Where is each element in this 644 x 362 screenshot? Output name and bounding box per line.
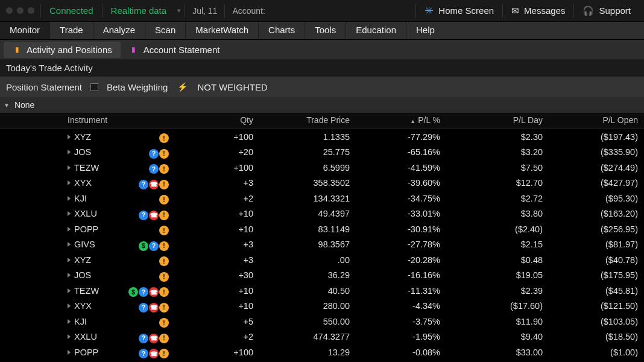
cell-trade-price: 134.3321 bbox=[259, 191, 356, 206]
cell-pl-open: ($103.05) bbox=[549, 314, 644, 329]
expand-triangle-icon[interactable] bbox=[68, 303, 71, 308]
col-pl-day[interactable]: P/L Day bbox=[446, 113, 549, 129]
cell-pl-day: $33.00 bbox=[446, 345, 549, 360]
cell-instrument: GIVS bbox=[0, 360, 115, 363]
cell-pl-day: $0.48 bbox=[446, 252, 549, 268]
expand-triangle-icon[interactable] bbox=[68, 196, 71, 201]
support-label: Support bbox=[599, 5, 631, 16]
badge-grn-icon: $ bbox=[139, 241, 148, 251]
table-row[interactable]: POPP?☎!+10013.29-0.08%$33.00($1.00) bbox=[0, 345, 644, 360]
table-row[interactable]: GIVS$?!+398.3567-27.78%$2.15($81.97) bbox=[0, 237, 644, 253]
table-row[interactable]: KJI!+5550.00-3.75%$11.90($103.05) bbox=[0, 314, 644, 329]
expand-triangle-icon[interactable] bbox=[68, 258, 71, 262]
cell-pl-pct: -39.60% bbox=[356, 176, 446, 191]
table-row[interactable]: KJI!+2134.3321-34.75%$2.72($95.30) bbox=[0, 191, 644, 206]
cell-pl-pct: -11.31% bbox=[356, 283, 446, 299]
close-dot[interactable] bbox=[6, 7, 13, 14]
table-row[interactable]: TEZW?!+1006.5999-41.59%$7.50($274.49) bbox=[0, 160, 644, 176]
expand-triangle-icon[interactable] bbox=[68, 180, 71, 185]
cell-badges: ! bbox=[115, 221, 175, 237]
menu-tools[interactable]: Tools bbox=[305, 22, 346, 39]
cell-badges: ! bbox=[115, 252, 175, 268]
table-row[interactable]: GIVS?!+579.99+13.52%$40.53$54.08 bbox=[0, 360, 644, 363]
chevron-down-icon[interactable]: ▾ bbox=[177, 7, 181, 14]
table-row[interactable]: XXLU?☎!+2474.3277-1.95%$9.40($18.50) bbox=[0, 329, 644, 345]
beta-weighting-checkbox[interactable] bbox=[90, 83, 98, 91]
top-bar: Connected Realtime data ▾ Jul, 11 Accoun… bbox=[0, 0, 644, 22]
menu-bar: MonitorTradeAnalyzeScanMarketWatchCharts… bbox=[0, 22, 644, 40]
expand-triangle-icon[interactable] bbox=[68, 273, 71, 278]
table-row[interactable]: XYZ!+1001.1335-77.29%$2.30($197.43) bbox=[0, 129, 644, 145]
home-screen-link[interactable]: ✳ Home Screen bbox=[416, 4, 502, 17]
menu-charts[interactable]: Charts bbox=[259, 22, 305, 39]
col-trade-price[interactable]: Trade Price bbox=[259, 113, 356, 129]
expand-triangle-icon[interactable] bbox=[68, 150, 71, 154]
support-link[interactable]: 🎧 Support bbox=[574, 5, 639, 16]
col-instrument[interactable]: Instrument bbox=[0, 113, 175, 129]
menu-monitor[interactable]: Monitor bbox=[0, 22, 49, 39]
expand-triangle-icon[interactable] bbox=[68, 334, 71, 339]
tab-activity-and-positions[interactable]: ▮Activity and Positions bbox=[4, 42, 121, 58]
badge-blu-icon: ? bbox=[139, 349, 148, 358]
table-row[interactable]: XYZ!+3.00-20.28%$0.48($40.78) bbox=[0, 252, 644, 268]
cell-qty: +3 bbox=[175, 237, 259, 253]
cell-pl-day: $11.90 bbox=[446, 314, 549, 329]
chevron-down-icon: ▼ bbox=[4, 102, 10, 109]
cell-trade-price: 474.3277 bbox=[259, 329, 356, 345]
col-pl-open[interactable]: P/L Open bbox=[549, 113, 644, 129]
expand-triangle-icon[interactable] bbox=[68, 165, 71, 170]
cell-pl-day: $40.53 bbox=[446, 360, 549, 363]
expand-triangle-icon[interactable] bbox=[68, 227, 71, 232]
beta-weighting-label: Beta Weighting bbox=[107, 82, 168, 92]
expand-triangle-icon[interactable] bbox=[68, 211, 71, 216]
badge-blu-icon: ? bbox=[139, 287, 148, 297]
menu-scan[interactable]: Scan bbox=[145, 22, 185, 39]
table-row[interactable]: XYX?☎!+10280.00-4.34%($17.60)($121.50) bbox=[0, 299, 644, 314]
expand-triangle-icon[interactable] bbox=[68, 319, 71, 324]
cell-trade-price: 36.29 bbox=[259, 268, 356, 284]
tab-account-statement[interactable]: ▮Account Statement bbox=[121, 42, 229, 58]
cell-trade-price: 79.99 bbox=[259, 360, 356, 363]
expand-triangle-icon[interactable] bbox=[68, 242, 71, 247]
col-qty[interactable]: Qty bbox=[175, 113, 259, 129]
cell-pl-day: $19.05 bbox=[446, 268, 549, 284]
cell-badges: $?☎! bbox=[115, 283, 175, 299]
table-row[interactable]: XXLU?☎!+1049.4397-33.01%$3.80($163.20) bbox=[0, 206, 644, 222]
cell-pl-day: $2.72 bbox=[446, 191, 549, 206]
table-row[interactable]: JOS!+3036.29-16.16%$19.05($175.95) bbox=[0, 268, 644, 284]
table-row[interactable]: POPP!+1083.1149-30.91%($2.40)($256.95) bbox=[0, 221, 644, 237]
trade-activity-header: Today's Trade Activity bbox=[0, 59, 644, 77]
cell-trade-price: 25.775 bbox=[259, 145, 356, 160]
account-label[interactable]: Account: bbox=[225, 6, 272, 16]
menu-help[interactable]: Help bbox=[406, 22, 444, 39]
cell-trade-price: 98.3567 bbox=[259, 237, 356, 253]
badge-org-icon: ! bbox=[159, 349, 169, 358]
cell-pl-open: ($427.97) bbox=[549, 176, 644, 191]
menu-education[interactable]: Education bbox=[346, 22, 406, 39]
messages-link[interactable]: ✉ Messages bbox=[503, 5, 573, 16]
menu-trade[interactable]: Trade bbox=[50, 22, 93, 39]
cell-qty: +30 bbox=[175, 268, 259, 284]
cell-pl-day: $12.70 bbox=[446, 176, 549, 191]
expand-triangle-icon[interactable] bbox=[68, 135, 71, 139]
bolt-icon[interactable]: ⚡ bbox=[176, 82, 189, 92]
cell-badges: ?! bbox=[115, 360, 175, 363]
col-pl-pct[interactable]: ▲P/L % bbox=[356, 113, 446, 129]
cell-qty: +100 bbox=[175, 160, 259, 176]
cell-pl-pct: -16.16% bbox=[356, 268, 446, 284]
badge-org-icon: ! bbox=[159, 149, 169, 159]
expand-triangle-icon[interactable] bbox=[68, 350, 71, 355]
cell-qty: +3 bbox=[175, 176, 259, 191]
table-row[interactable]: TEZW$?☎!+1040.50-11.31%$2.39($45.81) bbox=[0, 283, 644, 299]
cell-instrument: XXLU bbox=[0, 329, 115, 345]
max-dot[interactable] bbox=[28, 7, 34, 14]
table-row[interactable]: XYX?☎!+3358.3502-39.60%$12.70($427.97) bbox=[0, 176, 644, 191]
cell-badges: ?☎! bbox=[115, 176, 175, 191]
expand-triangle-icon[interactable] bbox=[68, 288, 71, 293]
table-row[interactable]: JOS?!+2025.775-65.16%$3.20($335.90) bbox=[0, 145, 644, 160]
cell-pl-open: ($45.81) bbox=[549, 283, 644, 299]
menu-analyze[interactable]: Analyze bbox=[93, 22, 145, 39]
min-dot[interactable] bbox=[17, 7, 24, 14]
group-expander[interactable]: ▼ None bbox=[0, 97, 644, 113]
menu-marketwatch[interactable]: MarketWatch bbox=[186, 22, 258, 39]
